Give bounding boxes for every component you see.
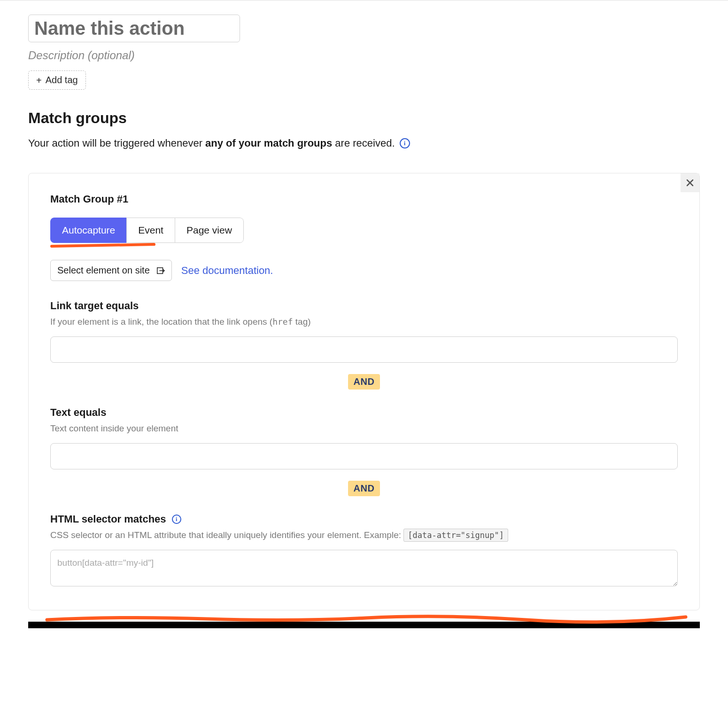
tab-event[interactable]: Event [126,218,175,243]
select-element-button[interactable]: Select element on site [50,260,172,281]
export-icon [156,266,165,275]
annotation-underline [50,243,155,248]
text-equals-input[interactable] [50,443,678,469]
close-icon [686,179,694,187]
info-icon[interactable]: i [172,515,181,524]
link-target-label: Link target equals [50,300,678,312]
and-operator: AND [348,481,380,496]
tab-autocapture[interactable]: Autocapture [50,218,127,243]
text-equals-label: Text equals [50,406,678,419]
plus-icon: + [36,76,42,85]
and-operator: AND [348,374,380,390]
html-selector-label: HTML selector matches i [50,513,678,525]
match-group-title: Match Group #1 [50,193,678,205]
annotation-underline [28,614,700,628]
text-equals-help: Text content inside your element [50,423,678,434]
action-description-input[interactable] [28,49,216,62]
field-link-target: Link target equals If your element is a … [50,300,678,363]
documentation-link[interactable]: See documentation. [181,265,273,277]
match-type-tabs: Autocapture Event Page view [50,218,244,243]
info-icon[interactable]: i [400,138,410,148]
add-tag-button[interactable]: + Add tag [28,70,86,90]
add-tag-label: Add tag [46,75,78,86]
field-text-equals: Text equals Text content inside your ele… [50,406,678,469]
action-name-input[interactable] [28,15,240,42]
match-groups-title: Match groups [28,109,700,127]
html-selector-input[interactable] [50,550,678,586]
link-target-help: If your element is a link, the location … [50,317,678,327]
field-html-selector: HTML selector matches i CSS selector or … [50,513,678,588]
match-groups-description: Your action will be triggered whenever a… [28,137,700,149]
close-group-button[interactable] [681,173,699,192]
link-target-input[interactable] [50,336,678,363]
tab-pageview[interactable]: Page view [175,218,244,243]
html-selector-help: CSS selector or an HTML attribute that i… [50,530,678,540]
select-element-label: Select element on site [57,265,150,276]
match-group-card: Match Group #1 Autocapture Event Page vi… [28,173,700,610]
